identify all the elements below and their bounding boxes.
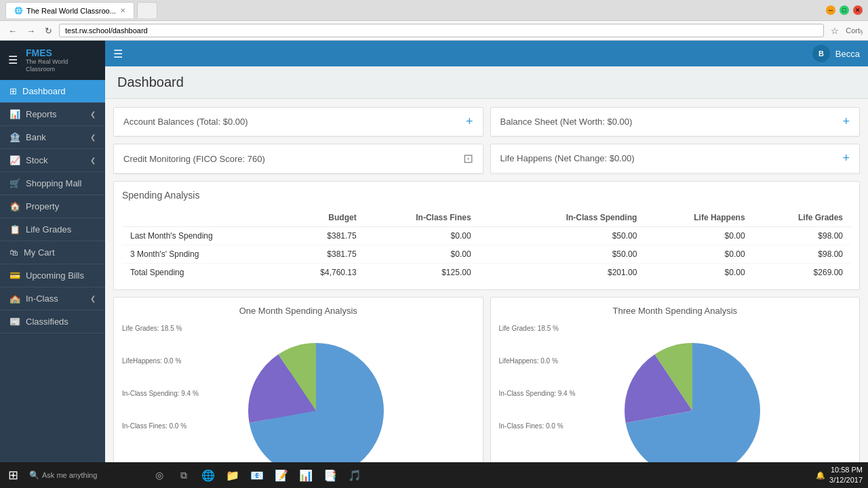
taskbar-spotify[interactable]: 🎵 bbox=[344, 464, 366, 486]
taskbar-excel[interactable]: 📊 bbox=[295, 464, 317, 486]
sidebar-item-dashboard[interactable]: ⊞ Dashboard bbox=[0, 80, 105, 103]
sidebar-item-shopping-left: 🛒 Shopping Mall bbox=[9, 178, 81, 188]
main-content: ☰ B Becca Dashboard Account Balances (To… bbox=[105, 41, 868, 473]
bills-icon: 💳 bbox=[9, 270, 20, 281]
taskbar-search-label: Ask me anything bbox=[42, 471, 97, 479]
window-close-btn[interactable]: ✕ bbox=[853, 5, 863, 15]
life-happens-panel: Life Happens (Net Change: $0.00) + bbox=[490, 144, 861, 174]
row-fines-1: $0.00 bbox=[365, 245, 479, 264]
outlook-icon: 📧 bbox=[250, 469, 264, 482]
top-bar: ☰ B Becca bbox=[105, 41, 868, 66]
sidebar-label-inclass: In-Class bbox=[26, 293, 58, 304]
sidebar-item-bills[interactable]: 💳 Upcoming Bills bbox=[0, 264, 105, 287]
legend-item-lifehappens-3: LifeHappens: 0.0 % bbox=[499, 355, 576, 367]
legend-item-fines: In-Class Fines: 0.0 % bbox=[122, 420, 199, 432]
account-balances-header[interactable]: Account Balances (Total: $0.00) + bbox=[114, 108, 483, 136]
clock-time: 10:58 PM bbox=[829, 465, 863, 475]
row-budget-1: $381.75 bbox=[281, 245, 365, 264]
start-button[interactable]: ⊞ bbox=[5, 465, 21, 485]
classifieds-icon: 📰 bbox=[9, 317, 20, 327]
sidebar-header: ☰ FMES The Real World Classroom bbox=[0, 41, 105, 80]
balance-sheet-title: Balance Sheet (Net Worth: $0.00) bbox=[500, 117, 633, 127]
three-month-chart-panel: Three Month Spending Analysis Life Grade… bbox=[490, 297, 861, 473]
taskbar-explorer[interactable]: 📁 bbox=[222, 464, 243, 486]
stock-icon: 📈 bbox=[9, 155, 20, 165]
refresh-btn[interactable]: ↻ bbox=[42, 24, 55, 37]
taskbar-powerpoint[interactable]: 📑 bbox=[319, 464, 341, 486]
inclass-icon: 🏫 bbox=[9, 293, 20, 304]
taskbar-chrome[interactable]: 🌐 bbox=[197, 464, 219, 486]
window-minimize-btn[interactable]: ─ bbox=[826, 5, 835, 15]
dashboard-body: Account Balances (Total: $0.00) + Balanc… bbox=[105, 99, 868, 473]
table-row: Last Month's Spending $381.75 $0.00 $50.… bbox=[122, 227, 851, 245]
one-month-chart-container: Life Grades: 18.5 % LifeHappens: 0.0 % I… bbox=[122, 323, 475, 473]
balance-sheet-header[interactable]: Balance Sheet (Net Worth: $0.00) + bbox=[491, 108, 860, 136]
app-container: ☰ FMES The Real World Classroom ⊞ Dashbo… bbox=[0, 41, 868, 473]
taskbar-taskview[interactable]: ⧉ bbox=[173, 464, 195, 486]
taskbar-left: ⊞ 🔍 Ask me anything ◎ ⧉ 🌐 📁 📧 📝 📊 📑 bbox=[5, 464, 366, 486]
sidebar-item-reports[interactable]: 📊 Reports ❮ bbox=[0, 103, 105, 126]
account-balances-add-btn[interactable]: + bbox=[466, 115, 473, 129]
sidebar-item-bank[interactable]: 🏦 Bank ❮ bbox=[0, 126, 105, 149]
sidebar-item-classifieds[interactable]: 📰 Classifieds bbox=[0, 310, 105, 333]
taskbar-word[interactable]: 📝 bbox=[271, 464, 292, 486]
sidebar: ☰ FMES The Real World Classroom ⊞ Dashbo… bbox=[0, 41, 105, 473]
window-maximize-btn[interactable]: □ bbox=[840, 5, 849, 15]
credit-monitoring-title: Credit Monitoring (FICO Score: 760) bbox=[123, 154, 265, 164]
sidebar-item-mycart[interactable]: 🛍 My Cart bbox=[0, 241, 105, 264]
row-label-2: Total Spending bbox=[122, 264, 281, 282]
sidebar-item-inclass-left: 🏫 In-Class bbox=[9, 293, 58, 304]
legend-item-lifehappens: LifeHappens: 0.0 % bbox=[122, 355, 199, 367]
legend-item-lifegrades-3: Life Grades: 18.5 % bbox=[499, 323, 576, 335]
address-bar[interactable] bbox=[59, 24, 824, 37]
back-btn[interactable]: ← bbox=[5, 24, 20, 37]
table-row: 3 Month's' Spnding $381.75 $0.00 $50.00 … bbox=[122, 245, 851, 264]
inclass-chevron-icon: ❮ bbox=[90, 295, 96, 302]
sidebar-item-stock[interactable]: 📈 Stock ❮ bbox=[0, 149, 105, 172]
account-balances-title: Account Balances (Total: $0.00) bbox=[123, 117, 248, 127]
taskbar-cortana[interactable]: ◎ bbox=[149, 464, 170, 486]
sidebar-item-property[interactable]: 🏠 Property bbox=[0, 195, 105, 218]
bank-chevron-icon: ❮ bbox=[90, 134, 96, 141]
taskbar-search[interactable]: 🔍 Ask me anything bbox=[24, 464, 146, 486]
bottom-panels-row: Credit Monitoring (FICO Score: 760) ⊡ Li… bbox=[113, 144, 860, 174]
browser-titlebar: 🌐 The Real World Classroo... ✕ ─ □ ✕ bbox=[0, 0, 868, 20]
life-happens-title: Life Happens (Net Change: $0.00) bbox=[500, 153, 635, 163]
hamburger-icon[interactable]: ☰ bbox=[8, 54, 18, 66]
sidebar-item-stock-left: 📈 Stock bbox=[9, 155, 48, 165]
life-happens-add-btn[interactable]: + bbox=[842, 151, 850, 165]
search-label: Cortᶊ bbox=[846, 26, 863, 35]
sidebar-item-shopping[interactable]: 🛒 Shopping Mall bbox=[0, 172, 105, 195]
credit-monitoring-panel: Credit Monitoring (FICO Score: 760) ⊡ bbox=[113, 144, 484, 174]
sidebar-item-bank-left: 🏦 Bank bbox=[9, 132, 46, 142]
browser-chrome: 🌐 The Real World Classroo... ✕ ─ □ ✕ ← →… bbox=[0, 0, 868, 41]
tab-close-icon[interactable]: ✕ bbox=[120, 7, 125, 14]
spending-analysis-title: Spending Analysis bbox=[122, 190, 851, 201]
sidebar-item-property-left: 🏠 Property bbox=[9, 201, 59, 211]
sidebar-item-inclass[interactable]: 🏫 In-Class ❮ bbox=[0, 287, 105, 310]
browser-tab-active[interactable]: 🌐 The Real World Classroo... ✕ bbox=[5, 2, 134, 18]
sidebar-label-reports: Reports bbox=[26, 109, 57, 119]
bank-icon: 🏦 bbox=[9, 132, 20, 142]
notification-icon[interactable]: 🔔 bbox=[816, 471, 825, 480]
topbar-hamburger-icon[interactable]: ☰ bbox=[113, 47, 123, 60]
taskbar-outlook[interactable]: 📧 bbox=[246, 464, 268, 486]
row-lifegrades-1: $98.00 bbox=[753, 245, 851, 264]
row-budget-2: $4,760.13 bbox=[281, 264, 365, 282]
one-month-pie-svg bbox=[248, 343, 384, 473]
sidebar-item-lifegrades[interactable]: 📋 Life Grades bbox=[0, 218, 105, 241]
balance-sheet-add-btn[interactable]: + bbox=[842, 115, 850, 129]
credit-monitoring-btn[interactable]: ⊡ bbox=[463, 151, 473, 166]
col-inclass: In-Class Spending bbox=[505, 209, 645, 227]
star-btn[interactable]: ☆ bbox=[828, 24, 842, 37]
browser-tab-new[interactable] bbox=[137, 2, 157, 18]
life-happens-header[interactable]: Life Happens (Net Change: $0.00) + bbox=[491, 144, 860, 173]
table-row: Total Spending $4,760.13 $125.00 $201.00… bbox=[122, 264, 851, 282]
credit-monitoring-header[interactable]: Credit Monitoring (FICO Score: 760) ⊡ bbox=[114, 144, 483, 174]
spending-table: Budget In-Class Fines In-Class Spending … bbox=[122, 209, 851, 281]
row-spacer-0 bbox=[479, 227, 505, 245]
explorer-icon: 📁 bbox=[226, 469, 239, 482]
sidebar-label-property: Property bbox=[26, 201, 59, 211]
top-bar-right: B Becca bbox=[812, 45, 860, 62]
forward-btn[interactable]: → bbox=[24, 24, 38, 37]
